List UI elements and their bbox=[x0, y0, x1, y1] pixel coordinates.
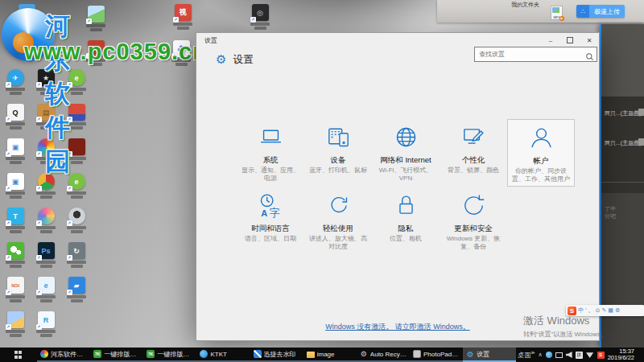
category-tile-ease[interactable]: 轻松使用讲述人、放大镜、高对比度 bbox=[304, 187, 372, 255]
desktop-icon-qq[interactable]: Q↗ bbox=[2, 104, 29, 130]
search-box bbox=[474, 47, 597, 62]
taskbar-button-settings[interactable]: ⚙设置 bbox=[463, 348, 516, 362]
desktop-icon-photoshop[interactable]: Ps↗ bbox=[32, 242, 60, 268]
start-button[interactable] bbox=[0, 348, 37, 362]
sogou-tool-icon-0[interactable]: 中 bbox=[578, 305, 584, 316]
desktop-icon-recycle-app[interactable]: ↻↗ bbox=[63, 242, 90, 268]
desktop-icon-camera-tool[interactable]: ◎↗ bbox=[246, 4, 274, 30]
sogou-tool-icon-3[interactable]: ⊙ bbox=[596, 305, 601, 316]
icon-label bbox=[32, 157, 60, 164]
desktop-icon-display-app[interactable]: ↗ bbox=[13, 4, 40, 30]
icon-label bbox=[82, 59, 109, 66]
icon-label bbox=[63, 191, 90, 199]
desktop-icon-pinwheel-app[interactable]: ↗ bbox=[32, 138, 60, 164]
desktop-icon-green-browser[interactable]: e↗ bbox=[63, 69, 90, 95]
minimize-button[interactable]: – bbox=[541, 33, 560, 47]
sogou-input-bar[interactable]: S 中’。⊙✎▦⚙ bbox=[566, 305, 644, 316]
category-tile-system[interactable]: 系统显示、通知、应用、电源 bbox=[237, 119, 304, 187]
shortcut-arrow-icon: ↗ bbox=[6, 290, 11, 295]
shortcut-arrow-icon: ↗ bbox=[171, 53, 177, 59]
desktop-icon-webcam-app[interactable]: ↗ bbox=[63, 208, 90, 233]
icon-label bbox=[2, 122, 29, 130]
taskbar-button-image-folder[interactable]: image bbox=[303, 348, 357, 362]
search-input[interactable] bbox=[475, 47, 597, 61]
desktop-icon-photos-app[interactable]: ↗ bbox=[2, 311, 29, 337]
desktop-icon-internet-explorer[interactable]: e↗ bbox=[32, 277, 60, 302]
maximize-icon bbox=[567, 37, 573, 43]
taskbar-button-photopad[interactable]: PhotoPad by NC... bbox=[410, 348, 463, 362]
taskbar-button-label: 设置 bbox=[477, 350, 489, 359]
desktop-icon-nch-software[interactable]: NCH↗ bbox=[2, 277, 29, 302]
desktop-icon-dict-app[interactable]: ↗ bbox=[63, 104, 90, 130]
desktop-icon-r-converter[interactable]: R↗ bbox=[32, 311, 60, 337]
taskbar-button-paiban-helper-1[interactable]: 7K一键排版助手(MyC... bbox=[90, 348, 143, 362]
desktop-icon-box-app[interactable]: ▤↗ bbox=[32, 104, 60, 130]
desktop-icon-telegram-like[interactable]: ✈↗ bbox=[2, 69, 29, 95]
taskbar-button-ktkt[interactable]: KTKT bbox=[196, 348, 250, 362]
desktop-icon-wechat[interactable]: ↗ bbox=[2, 242, 29, 268]
category-tile-personalization[interactable]: 个性化背景、锁屏、颜色 bbox=[440, 119, 507, 187]
desktop-icon-baidu-app[interactable]: ⁂↗ bbox=[167, 40, 195, 66]
category-tile-accounts[interactable]: 帐户你的帐户、同步设置、工作、其他用户 bbox=[507, 119, 575, 187]
background-window-panel: 两只...(主题曲)3 — 两只...(主题曲)3 — 了中 分吧 bbox=[600, 24, 644, 348]
icon-label bbox=[32, 330, 60, 337]
desktop-icon-filezilla[interactable]: FZ↗ bbox=[82, 40, 109, 66]
category-tile-devices[interactable]: 设备蓝牙、打印机、鼠标 bbox=[304, 119, 372, 187]
upload-button[interactable]: ∴ 极速上传 bbox=[576, 5, 625, 18]
desktop-icon-darkred-app[interactable]: ↗ bbox=[63, 138, 90, 164]
sogou-tool-icon-4[interactable]: ✎ bbox=[601, 305, 606, 316]
desktop-icon-doc-app[interactable]: ▣↗ bbox=[2, 138, 29, 164]
icon-label bbox=[2, 295, 29, 302]
sogou-tool-icon-2[interactable]: 。 bbox=[588, 305, 594, 316]
category-desc: Windows 更新、恢复、备份 bbox=[440, 235, 507, 252]
desktop-icon-eraser-app[interactable]: ▰↗ bbox=[63, 277, 90, 302]
tray-ime-icon[interactable]: 拼 bbox=[576, 352, 583, 359]
sogou-tool-icon-6[interactable]: ⚙ bbox=[615, 305, 620, 316]
desktop-icon-knot-app[interactable]: ↗ bbox=[32, 208, 60, 233]
tray-sogou-icon[interactable]: S bbox=[597, 352, 605, 359]
activate-windows-link[interactable]: Windows 没有激活。 请立即激活 Windows。 bbox=[325, 323, 470, 331]
desktop-icon-doc-app-2[interactable]: ▣↗ bbox=[2, 173, 29, 199]
maximize-button[interactable] bbox=[560, 33, 580, 47]
mp4-file-icon[interactable]: MP4 ▶ bbox=[551, 6, 563, 20]
category-tile-update[interactable]: 更新和安全Windows 更新、恢复、备份 bbox=[440, 187, 507, 255]
sogou-tool-icon-1[interactable]: ’ bbox=[585, 305, 587, 316]
desktop-toolbar[interactable]: 桌面≫ bbox=[518, 350, 535, 360]
sogou-tool-icon-5[interactable]: ▦ bbox=[608, 305, 613, 316]
icon-label bbox=[32, 88, 60, 95]
taskbar-button-paiban-helper-2[interactable]: 7K一键排版助手(MyC... bbox=[143, 348, 196, 362]
desktop-icon-dark-app[interactable]: ★↗ bbox=[32, 69, 60, 95]
tray-monitor-icon[interactable] bbox=[555, 352, 563, 358]
recycle-app-icon: ↻↗ bbox=[68, 242, 85, 259]
taskbar-button-label: PhotoPad by NC... bbox=[423, 351, 460, 358]
close-button[interactable]: ✕ bbox=[580, 33, 599, 47]
category-tile-privacy[interactable]: 隐私位置、相机 bbox=[372, 187, 440, 255]
taskbar-button-label: KTKT bbox=[210, 351, 226, 358]
tray-wifi-icon[interactable] bbox=[586, 352, 594, 358]
mp4-thumbnail bbox=[552, 7, 559, 13]
desktop-icon-video-player[interactable]: 视↗ bbox=[169, 4, 196, 30]
category-tile-network[interactable]: 网络和 InternetWi-Fi、飞行模式、VPN bbox=[372, 119, 440, 187]
taskbar-button-hedong-manager[interactable]: 河东软件园 管理中... bbox=[37, 348, 90, 362]
taskbar-button-label: Auto Recycle Bin ... bbox=[370, 351, 407, 358]
timelang-icon: A字 bbox=[237, 187, 304, 223]
desktop-icon-t-app[interactable]: T↗ bbox=[2, 208, 29, 233]
category-title: 隐私 bbox=[372, 224, 440, 234]
shortcut-arrow-icon: ↗ bbox=[67, 117, 72, 122]
desktop-icon-fan-app[interactable]: ↗ bbox=[32, 173, 60, 199]
tray-clock[interactable]: 15:37 2019/6/22 bbox=[608, 348, 634, 361]
tray-volume-icon[interactable] bbox=[566, 352, 572, 358]
knot-app-icon: ↗ bbox=[38, 208, 55, 224]
category-tile-timelang[interactable]: A字时间和语言语音、区域、日期 bbox=[237, 187, 304, 255]
desktop-icon-photo-viewer[interactable]: ↗ bbox=[82, 6, 109, 31]
taskbar-button-xunjie-watermark[interactable]: 迅捷去水印 bbox=[250, 348, 303, 362]
taskbar-button-label: 迅捷去水印 bbox=[264, 350, 296, 359]
desktop-icon-green-browser-2[interactable]: e↗ bbox=[63, 173, 90, 199]
taskbar-button-auto-recycle-bin[interactable]: ⚙Auto Recycle Bin ... bbox=[357, 348, 410, 362]
titlebar[interactable]: 设置 – ✕ bbox=[196, 33, 599, 47]
tray-overflow-chevron-icon[interactable]: ∧ bbox=[539, 352, 543, 358]
tray-network-app-icon[interactable] bbox=[546, 352, 552, 358]
sogou-logo-icon[interactable]: S bbox=[568, 306, 576, 315]
toolbar-chevron-icon[interactable]: ≫ bbox=[530, 350, 535, 355]
qq-icon: Q↗ bbox=[7, 104, 24, 121]
